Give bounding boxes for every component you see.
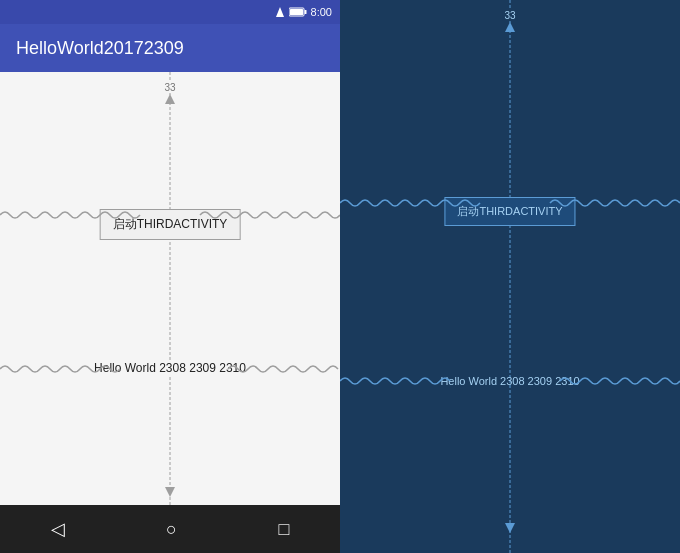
time-display: 8:00 bbox=[311, 6, 332, 18]
app-title: HelloWorld20172309 bbox=[16, 38, 184, 59]
right-panel: 33 启动THIRDACTIVITY Hello World 2308 2309… bbox=[340, 0, 680, 553]
right-wavy-line-button bbox=[340, 197, 680, 209]
wavy-line-text bbox=[0, 363, 340, 375]
arrow-down-right bbox=[505, 523, 515, 533]
arrow-up-left bbox=[165, 94, 175, 104]
right-vertical-center-line bbox=[510, 0, 511, 553]
right-measure-label-top: 33 bbox=[502, 10, 517, 21]
home-button[interactable]: ○ bbox=[166, 519, 177, 540]
recent-button[interactable]: □ bbox=[278, 519, 289, 540]
svg-rect-3 bbox=[290, 9, 303, 15]
svg-marker-0 bbox=[276, 7, 284, 17]
back-button[interactable]: ◁ bbox=[51, 518, 65, 540]
arrow-up-right bbox=[505, 22, 515, 32]
battery-icon bbox=[289, 7, 307, 17]
svg-marker-4 bbox=[165, 94, 175, 104]
measure-label-top: 33 bbox=[162, 82, 177, 93]
app-bar: HelloWorld20172309 bbox=[0, 24, 340, 72]
arrow-down-left bbox=[165, 487, 175, 497]
nav-bar: ◁ ○ □ bbox=[0, 505, 340, 553]
wavy-line-button bbox=[0, 209, 340, 221]
right-wavy-line-text bbox=[340, 375, 680, 387]
right-content: 33 启动THIRDACTIVITY Hello World 2308 2309… bbox=[340, 0, 680, 553]
svg-rect-2 bbox=[304, 10, 306, 14]
svg-marker-7 bbox=[505, 523, 515, 533]
left-panel: 8:00 HelloWorld20172309 33 启动THIRDACTIVI… bbox=[0, 0, 340, 553]
content-area: 33 启动THIRDACTIVITY Hello World 2308 2309… bbox=[0, 72, 340, 505]
signal-icon bbox=[275, 6, 285, 18]
vertical-center-line bbox=[170, 72, 171, 505]
status-bar-icons: 8:00 bbox=[275, 6, 332, 18]
status-bar: 8:00 bbox=[0, 0, 340, 24]
svg-marker-5 bbox=[165, 487, 175, 497]
svg-marker-6 bbox=[505, 22, 515, 32]
